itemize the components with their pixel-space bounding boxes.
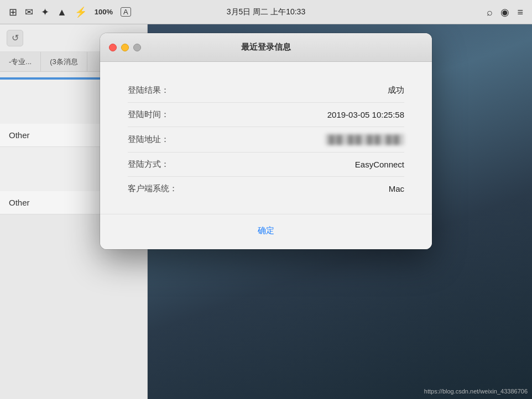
feather-icon[interactable]: ✦ <box>41 7 49 17</box>
siri-icon[interactable]: ◉ <box>500 7 509 17</box>
label-address: 登陆地址： <box>128 134 169 145</box>
mail-icon[interactable]: ✉ <box>25 7 33 17</box>
minimize-button[interactable] <box>121 44 129 51</box>
modal-overlay: 最近登录信息 登陆结果： 成功 登陆时间： 2019-03-05 10:25:5… <box>0 24 532 399</box>
traffic-lights <box>109 44 141 51</box>
launchpad-icon[interactable]: ⊞ <box>9 7 17 17</box>
label-os: 客户端系统： <box>128 183 178 194</box>
modal-content: 登陆结果： 成功 登陆时间： 2019-03-05 10:25:58 登陆地址：… <box>100 62 432 212</box>
modal-dialog: 最近登录信息 登陆结果： 成功 登陆时间： 2019-03-05 10:25:5… <box>100 33 432 249</box>
modal-titlebar: 最近登录信息 <box>100 33 432 62</box>
menubar: ⊞ ✉ ✦ ▲ ⚡ 100% A 3月5日 周二 上午10:33 ⌕ ◉ ≡ <box>0 0 532 24</box>
modal-title: 最近登录信息 <box>241 42 291 53</box>
input-method-icon[interactable]: A <box>121 7 131 17</box>
notification-center-icon[interactable]: ≡ <box>517 7 523 17</box>
close-button[interactable] <box>109 44 117 51</box>
menubar-right: ⌕ ◉ ≡ <box>487 7 523 17</box>
battery-percent: 100% <box>95 8 113 15</box>
modal-row-address: 登陆地址： ██·██·██·██ <box>128 127 404 153</box>
maximize-button[interactable] <box>133 44 141 51</box>
value-time: 2019-03-05 10:25:58 <box>327 110 404 119</box>
watermark: https://blog.csdn.net/weixin_43386706 <box>424 388 528 395</box>
value-method: EasyConnect <box>355 160 404 169</box>
value-os: Mac <box>389 184 404 193</box>
modal-row-result: 登陆结果： 成功 <box>128 78 404 103</box>
spotlight-icon[interactable]: ⌕ <box>487 7 493 17</box>
label-method: 登陆方式： <box>128 159 169 170</box>
menubar-left: ⊞ ✉ ✦ ▲ ⚡ 100% A <box>9 7 131 17</box>
label-time: 登陆时间： <box>128 109 169 120</box>
modal-row-method: 登陆方式： EasyConnect <box>128 153 404 177</box>
modal-row-time: 登陆时间： 2019-03-05 10:25:58 <box>128 103 404 127</box>
value-result: 成功 <box>388 85 404 96</box>
modal-footer: 确定 <box>100 214 432 249</box>
battery-icon: ⚡ <box>75 7 87 17</box>
label-result: 登陆结果： <box>128 85 169 96</box>
value-address: ██·██·██·██ <box>325 134 404 145</box>
wifi-icon[interactable]: ▲ <box>57 7 67 17</box>
ok-button[interactable]: 确定 <box>247 223 285 238</box>
menubar-datetime: 3月5日 周二 上午10:33 <box>227 7 305 17</box>
modal-row-os: 客户端系统： Mac <box>128 177 404 201</box>
